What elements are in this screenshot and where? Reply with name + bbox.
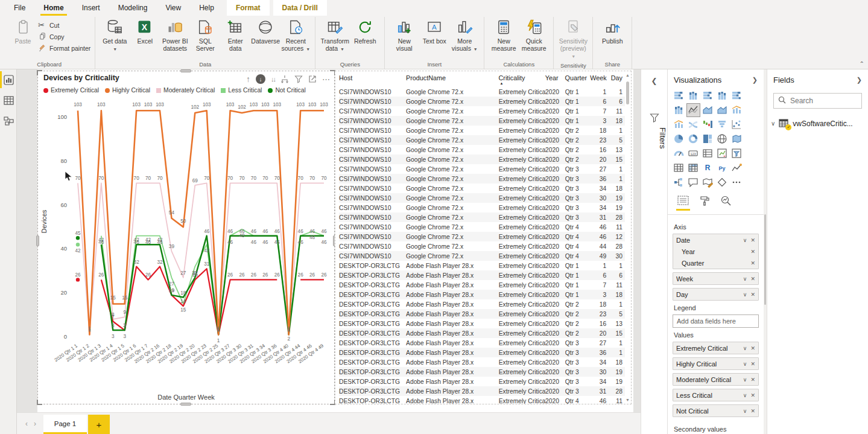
remove-field-icon[interactable]: ✕	[750, 392, 755, 398]
remove-field-icon[interactable]: ✕	[750, 408, 755, 414]
field-dropdown-icon[interactable]: ∨	[743, 345, 747, 351]
field-dropdown-icon[interactable]: ∨	[743, 361, 747, 367]
legend-item[interactable]: Highly Critical	[105, 87, 150, 94]
drill-down-mode-icon[interactable]: ↓	[256, 74, 265, 84]
data-view-icon[interactable]	[0, 90, 17, 110]
table-row[interactable]: DESKTOP-OR3LCTGAdobe Flash Player 28.xEx…	[339, 270, 625, 280]
dataset-table-item[interactable]: ∨✓vwSoftwareCritic...	[767, 113, 868, 133]
sql-server-button[interactable]: SQL Server	[190, 17, 220, 54]
analytics-tab[interactable]	[721, 196, 731, 211]
filters-pane-collapsed[interactable]: ❮ Filters	[641, 69, 668, 434]
multi-row-card-icon[interactable]	[701, 147, 715, 161]
ribbon-tab-format[interactable]: Format	[227, 0, 270, 16]
ribbon-tab-file[interactable]: File	[5, 0, 34, 16]
table-row[interactable]: CSI7WINDOWS10Google Chrome 72.xExtremely…	[339, 193, 625, 203]
enter-data-button[interactable]: Enter data	[220, 17, 250, 54]
table-row[interactable]: DESKTOP-OR3LCTGAdobe Flash Player 28.xEx…	[339, 280, 625, 290]
fields-tab[interactable]	[677, 196, 689, 211]
ribbon-tab-insert[interactable]: Insert	[73, 0, 109, 16]
table-row[interactable]: DESKTOP-OR3LCTGAdobe Flash Player 28.xEx…	[339, 357, 625, 367]
refresh-button[interactable]: Refresh	[350, 17, 380, 46]
excel-button[interactable]: XExcel	[130, 17, 160, 46]
report-view-icon[interactable]	[0, 69, 17, 90]
r-script-visual-icon[interactable]: R	[701, 161, 715, 175]
funnel-chart-icon[interactable]	[715, 118, 729, 132]
transform-data-button[interactable]: Transform data ▼	[320, 17, 350, 54]
quick-measure-button[interactable]: Quick measure	[519, 17, 549, 54]
table-row[interactable]: CSI7WINDOWS10Google Chrome 72.xExtremely…	[339, 155, 625, 164]
filled-map-icon[interactable]	[730, 132, 744, 146]
stacked-bar-chart-icon[interactable]	[672, 89, 686, 103]
table-row[interactable]: DESKTOP-OR3LCTGAdobe Flash Player 28.xEx…	[339, 338, 625, 348]
field-pill-year[interactable]: Year✕	[673, 246, 758, 257]
focus-mode-icon[interactable]	[308, 75, 317, 83]
table-row[interactable]: CSI7WINDOWS10Google Chrome 72.xExtremely…	[339, 222, 625, 232]
legend-item[interactable]: Moderately Critical	[156, 87, 215, 94]
table-row[interactable]: DESKTOP-OR3LCTGAdobe Flash Player 28.xEx…	[339, 328, 625, 338]
field-pill-not-critical[interactable]: Not Critical∨✕	[673, 405, 758, 416]
column-header-productname[interactable]: ProductName	[406, 74, 499, 81]
remove-field-icon[interactable]: ✕	[750, 377, 755, 383]
table-row[interactable]: CSI7WINDOWS10Google Chrome 72.xExtremely…	[339, 116, 625, 126]
matrix-icon[interactable]	[686, 161, 700, 175]
previous-page-icon[interactable]: ‹	[25, 420, 28, 428]
slicer-icon[interactable]	[730, 147, 744, 161]
table-row[interactable]: DESKTOP-OR3LCTGAdobe Flash Player 28.xEx…	[339, 290, 625, 299]
expand-all-levels-icon[interactable]	[280, 75, 289, 83]
table-row[interactable]: DESKTOP-OR3LCTGAdobe Flash Player 28.xEx…	[339, 396, 625, 404]
new-visual-button[interactable]: New visual	[389, 17, 419, 54]
remove-field-icon[interactable]: ✕	[750, 292, 755, 298]
table-row[interactable]: CSI7WINDOWS10Google Chrome 72.xExtremely…	[339, 164, 625, 174]
field-pill-moderately-critical[interactable]: Moderately Critical∨✕	[673, 374, 758, 385]
donut-chart-icon[interactable]	[686, 132, 700, 146]
remove-field-icon[interactable]: ✕	[750, 249, 755, 255]
table-row[interactable]: CSI7WINDOWS10Google Chrome 72.xExtremely…	[339, 183, 625, 193]
more-visuals-button[interactable]: More visuals ▼	[449, 17, 480, 54]
ribbon-tab-data-drill[interactable]: Data / Drill	[273, 0, 327, 16]
recent-sources-button[interactable]: Recent sources ▼	[280, 17, 311, 54]
clustered-column-chart-icon[interactable]	[715, 89, 729, 103]
table-row[interactable]: DESKTOP-OR3LCTGAdobe Flash Player 28.xEx…	[339, 299, 625, 309]
100-stacked-bar-chart-icon[interactable]	[730, 89, 744, 103]
table-visual[interactable]: HostProductNameCriticality▲YearQuarterWe…	[335, 71, 632, 404]
field-pill-highly-critical[interactable]: Highly Critical∨✕	[673, 358, 758, 369]
table-row[interactable]: DESKTOP-OR3LCTGAdobe Flash Player 28.xEx…	[339, 309, 625, 319]
remove-field-icon[interactable]: ✕	[750, 237, 755, 243]
card-icon[interactable]: 123	[686, 147, 700, 161]
panel-scrollbar-thumb[interactable]	[764, 214, 766, 305]
shape-map-icon[interactable]	[701, 176, 715, 190]
pie-chart-icon[interactable]	[672, 132, 686, 146]
table-row[interactable]: CSI7WINDOWS10Google Chrome 72.xExtremely…	[339, 212, 625, 222]
kpi-icon[interactable]	[715, 147, 729, 161]
collapse-fields-icon[interactable]: ❯	[857, 76, 862, 84]
dataverse-button[interactable]: Dataverse	[250, 17, 280, 46]
waterfall-chart-icon[interactable]	[701, 118, 715, 132]
line-chart-visual[interactable]: Devices by Criticality ↑↓↓↓⋯ Extremely C…	[37, 71, 335, 404]
copy-button[interactable]: Copy	[38, 31, 90, 42]
search-input[interactable]	[790, 97, 857, 105]
scatter-chart-icon[interactable]	[730, 118, 744, 132]
expand-table-icon[interactable]: ∨	[771, 120, 775, 127]
collapse-visualizations-icon[interactable]: ❯	[752, 76, 758, 84]
get-data-button[interactable]: Get data ▼	[100, 17, 130, 54]
table-row[interactable]: CSI7WINDOWS10Google Chrome 72.xExtremely…	[339, 145, 625, 155]
legend-item[interactable]: Extremely Critical	[43, 87, 99, 94]
python-visual-icon[interactable]: Py	[715, 161, 729, 175]
table-row[interactable]: DESKTOP-OR3LCTGAdobe Flash Player 28.xEx…	[339, 348, 625, 357]
remove-field-icon[interactable]: ✕	[750, 260, 755, 266]
100-stacked-column-chart-icon[interactable]	[672, 103, 686, 117]
drill-up-icon[interactable]: ↑	[246, 74, 250, 84]
fields-search-box[interactable]	[773, 93, 862, 109]
stacked-area-chart-icon[interactable]	[715, 103, 729, 117]
text-box-button[interactable]: AText box	[419, 17, 449, 46]
ribbon-tab-help[interactable]: Help	[190, 0, 223, 16]
table-row[interactable]: DESKTOP-OR3LCTGAdobe Flash Player 28.xEx…	[339, 367, 625, 377]
report-page[interactable]: Devices by Criticality ↑↓↓↓⋯ Extremely C…	[37, 69, 633, 412]
field-pill-date[interactable]: Date∨✕	[673, 234, 758, 246]
sensitivity-preview--button[interactable]: Sensitivity (preview) ▼	[558, 17, 588, 61]
stacked-column-chart-icon[interactable]	[686, 89, 700, 103]
publish-button[interactable]: Publish	[597, 17, 627, 46]
field-dropdown-icon[interactable]: ∨	[743, 292, 747, 298]
table-row[interactable]: CSI7WINDOWS10Google Chrome 72.xExtremely…	[339, 106, 625, 116]
field-pill-quarter[interactable]: Quarter✕	[673, 257, 758, 269]
